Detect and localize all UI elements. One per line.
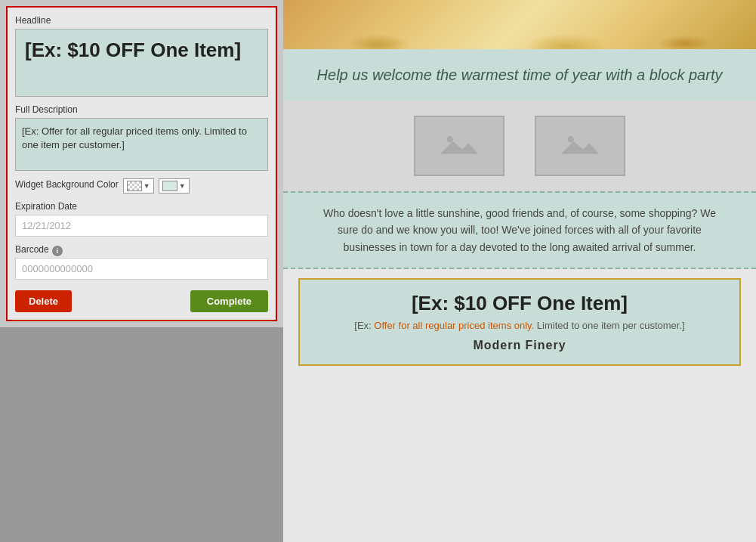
coupon-section: [Ex: $10 OFF One Item] [Ex: Offer for al…	[298, 278, 741, 366]
color-swatch-1	[127, 181, 142, 191]
barcode-label: Barcode	[15, 244, 49, 255]
image-icon-1	[440, 131, 478, 161]
expiration-label: Expiration Date	[15, 201, 268, 212]
headline-section: Headline [Ex: $10 OFF One Item]	[15, 15, 268, 97]
image-icon-2	[561, 131, 599, 161]
svg-rect-0	[440, 132, 478, 160]
chevron-down-icon-2: ▼	[179, 182, 186, 190]
body-text: Who doesn't love a little sunshine, good…	[321, 205, 718, 256]
barcode-label-row: Barcode i	[15, 244, 268, 258]
bottom-gray-area	[0, 327, 283, 542]
expiration-input[interactable]	[15, 215, 268, 237]
description-section: Full Description [Ex: Offer for all regu…	[15, 104, 268, 171]
headline-label: Headline	[15, 15, 268, 26]
description-label: Full Description	[15, 104, 268, 115]
barcode-section: Barcode i	[15, 244, 268, 280]
hero-image	[283, 0, 756, 49]
color-swatch-2-select[interactable]: ▼	[159, 178, 190, 194]
coupon-description: [Ex: Offer for all regular priced items …	[315, 320, 724, 331]
coupon-store: Modern Finery	[315, 339, 724, 352]
description-section-right: Who doesn't love a little sunshine, good…	[283, 191, 756, 269]
color-swatch-2	[162, 181, 177, 191]
widget-bg-label: Widget Background Color	[15, 179, 119, 190]
svg-rect-3	[561, 132, 599, 160]
delete-button[interactable]: Delete	[15, 290, 72, 312]
svg-point-5	[567, 136, 573, 142]
barcode-input[interactable]	[15, 258, 268, 280]
info-icon[interactable]: i	[52, 246, 63, 256]
color-swatch-1-select[interactable]: ▼	[123, 178, 154, 194]
chevron-down-icon-1: ▼	[143, 182, 150, 190]
right-panel: Help us welcome the warmest time of year…	[283, 0, 756, 542]
coupon-desc-orange: Offer for all regular priced items only.	[374, 320, 534, 331]
expiration-section: Expiration Date	[15, 201, 268, 237]
tagline-section: Help us welcome the warmest time of year…	[283, 49, 756, 101]
complete-button[interactable]: Complete	[190, 290, 268, 312]
left-panel: Headline [Ex: $10 OFF One Item] Full Des…	[0, 0, 283, 542]
widget-bg-row: Widget Background Color ▼ ▼	[15, 178, 268, 194]
headline-display: [Ex: $10 OFF One Item]	[15, 29, 268, 97]
svg-point-2	[446, 136, 452, 142]
coupon-headline: [Ex: $10 OFF One Item]	[315, 292, 724, 315]
form-card: Headline [Ex: $10 OFF One Item] Full Des…	[6, 6, 277, 321]
description-display: [Ex: Offer for all regular priced items …	[15, 118, 268, 171]
tagline-text: Help us welcome the warmest time of year…	[313, 64, 726, 85]
image-placeholder-1	[414, 116, 505, 176]
images-section	[283, 101, 756, 191]
image-placeholder-2	[535, 116, 625, 176]
button-row: Delete Complete	[15, 290, 268, 312]
